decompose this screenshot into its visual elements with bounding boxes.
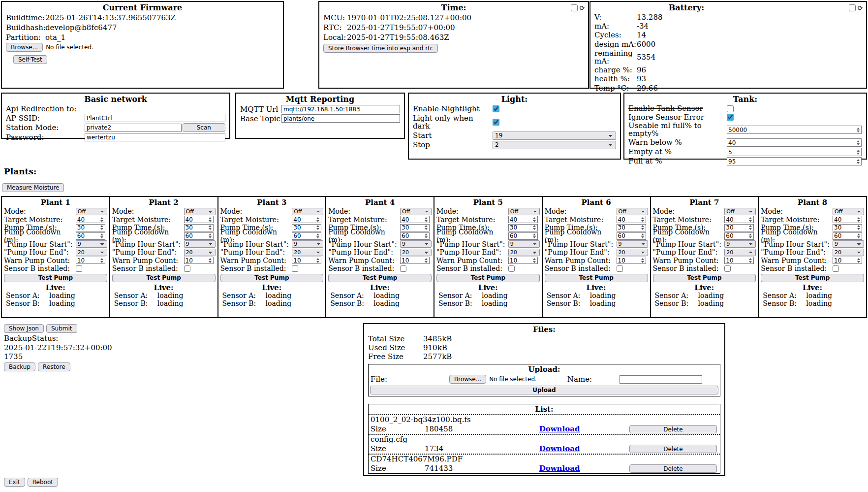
plant-3-cooldown-input[interactable] <box>401 233 423 239</box>
plant-5-warn-input[interactable] <box>617 257 640 263</box>
number-spinner[interactable] <box>315 233 321 239</box>
tank-field-input-0[interactable] <box>727 126 855 133</box>
self-test-button[interactable]: Self-Test <box>13 55 47 64</box>
plant-0-cooldown-input[interactable] <box>76 233 99 239</box>
measure-moisture-button[interactable]: Measure Moisture <box>2 183 64 192</box>
plant-5-pump-time-input[interactable] <box>617 225 640 231</box>
number-spinner[interactable] <box>856 216 862 223</box>
plant-6-hour-end-select[interactable]: 20 <box>724 249 756 256</box>
number-spinner[interactable] <box>640 233 646 239</box>
plant-1-cooldown-input[interactable] <box>185 233 207 239</box>
plant-4-sensor-b-checkbox[interactable] <box>508 265 515 272</box>
plant-0-hour-end-select[interactable]: 20 <box>76 249 107 256</box>
plant-1-target-input[interactable] <box>185 216 207 223</box>
plant-5-sensor-b-checkbox[interactable] <box>617 265 623 272</box>
plant-4-mode-select[interactable]: Off <box>508 208 540 215</box>
plant-4-target-input[interactable] <box>509 216 531 223</box>
refresh-icon[interactable]: ⟳ <box>857 4 863 11</box>
plant-7-mode-select[interactable]: Off <box>833 208 864 215</box>
upload-button[interactable]: Upload <box>370 386 718 394</box>
number-spinner[interactable] <box>423 257 429 263</box>
tank-field-input-3[interactable] <box>727 158 855 165</box>
firmware-browse-button[interactable]: Browse... <box>6 43 43 52</box>
number-spinner[interactable] <box>747 225 753 231</box>
plant-0-warn-input[interactable] <box>76 257 99 263</box>
number-spinner[interactable] <box>99 233 105 239</box>
plant-3-hour-start-select[interactable]: 9 <box>400 240 432 248</box>
plant-5-cooldown-input[interactable] <box>617 233 640 239</box>
plant-1-hour-end-select[interactable]: 20 <box>184 249 216 256</box>
number-spinner[interactable] <box>855 139 861 146</box>
number-spinner[interactable] <box>640 216 646 223</box>
number-spinner[interactable] <box>99 225 105 231</box>
plant-6-test-pump-button[interactable]: Test Pump <box>653 274 756 282</box>
plant-1-sensor-b-checkbox[interactable] <box>184 265 190 272</box>
file-1-delete-button[interactable]: Delete <box>629 445 717 453</box>
plant-4-hour-start-select[interactable]: 9 <box>508 240 540 248</box>
plant-7-hour-end-select[interactable]: 20 <box>833 249 864 256</box>
plant-5-hour-start-select[interactable]: 9 <box>617 240 648 248</box>
restore-button[interactable]: Restore <box>38 362 70 371</box>
plant-5-hour-end-select[interactable]: 20 <box>617 249 648 256</box>
plant-2-sensor-b-checkbox[interactable] <box>292 265 298 272</box>
number-spinner[interactable] <box>747 216 753 223</box>
plant-4-test-pump-button[interactable]: Test Pump <box>436 274 540 282</box>
station-mode-input[interactable] <box>85 124 182 132</box>
plant-0-sensor-b-checkbox[interactable] <box>76 265 82 272</box>
mqtt-url-input[interactable] <box>281 105 400 113</box>
plant-7-test-pump-button[interactable]: Test Pump <box>761 274 864 282</box>
plant-4-hour-end-select[interactable]: 20 <box>508 249 540 256</box>
plant-6-sensor-b-checkbox[interactable] <box>724 265 731 272</box>
plant-3-mode-select[interactable]: Off <box>400 208 432 215</box>
number-spinner[interactable] <box>747 257 753 263</box>
plant-3-warn-input[interactable] <box>401 257 423 263</box>
plant-7-pump-time-input[interactable] <box>833 225 856 231</box>
number-spinner[interactable] <box>315 225 321 231</box>
base-topic-input[interactable] <box>281 114 400 123</box>
plant-5-mode-select[interactable]: Off <box>617 208 648 215</box>
file-2-delete-button[interactable]: Delete <box>629 464 717 473</box>
plant-0-mode-select[interactable]: Off <box>76 208 107 215</box>
plant-3-target-input[interactable] <box>401 216 423 223</box>
plant-2-warn-input[interactable] <box>292 257 315 263</box>
light-only-dark-checkbox[interactable] <box>493 119 499 126</box>
battery-auto-refresh-checkbox[interactable] <box>849 4 856 11</box>
scan-button[interactable]: Scan <box>183 123 225 132</box>
exit-button[interactable]: Exit <box>4 478 25 487</box>
light-stop-select[interactable]: 2 <box>493 141 616 149</box>
store-browser-time-button[interactable]: Store Browser time into esp and rtc <box>323 44 438 53</box>
plant-7-target-input[interactable] <box>833 216 856 223</box>
number-spinner[interactable] <box>315 216 321 223</box>
number-spinner[interactable] <box>531 233 537 239</box>
plant-3-pump-time-input[interactable] <box>401 225 423 231</box>
number-spinner[interactable] <box>640 225 646 231</box>
plant-2-test-pump-button[interactable]: Test Pump <box>220 274 324 282</box>
number-spinner[interactable] <box>423 233 429 239</box>
light-start-select[interactable]: 19 <box>493 131 616 140</box>
plant-7-hour-start-select[interactable]: 9 <box>833 240 864 248</box>
plant-4-cooldown-input[interactable] <box>509 233 531 239</box>
time-auto-refresh-checkbox[interactable] <box>571 4 578 11</box>
plant-1-hour-start-select[interactable]: 9 <box>184 240 216 248</box>
number-spinner[interactable] <box>856 225 862 231</box>
refresh-icon[interactable]: ⟳ <box>579 4 585 11</box>
plant-1-warn-input[interactable] <box>185 257 207 263</box>
number-spinner[interactable] <box>99 216 105 223</box>
plant-7-warn-input[interactable] <box>833 257 856 263</box>
backup-button[interactable]: Backup <box>4 362 35 371</box>
plant-5-test-pump-button[interactable]: Test Pump <box>545 274 648 282</box>
ap-ssid-input[interactable] <box>85 114 225 122</box>
number-spinner[interactable] <box>856 257 862 263</box>
tank-enable-checkbox[interactable] <box>727 105 734 112</box>
show-json-button[interactable]: Show Json <box>4 324 44 333</box>
upload-name-input[interactable] <box>620 375 702 384</box>
plant-1-pump-time-input[interactable] <box>185 225 207 231</box>
number-spinner[interactable] <box>855 158 861 165</box>
plant-3-sensor-b-checkbox[interactable] <box>400 265 406 272</box>
number-spinner[interactable] <box>207 216 213 223</box>
plant-5-target-input[interactable] <box>617 216 640 223</box>
plant-2-hour-end-select[interactable]: 20 <box>292 249 323 256</box>
submit-button[interactable]: Submit <box>46 324 77 333</box>
reboot-button[interactable]: Reboot <box>28 478 58 487</box>
number-spinner[interactable] <box>423 225 429 231</box>
